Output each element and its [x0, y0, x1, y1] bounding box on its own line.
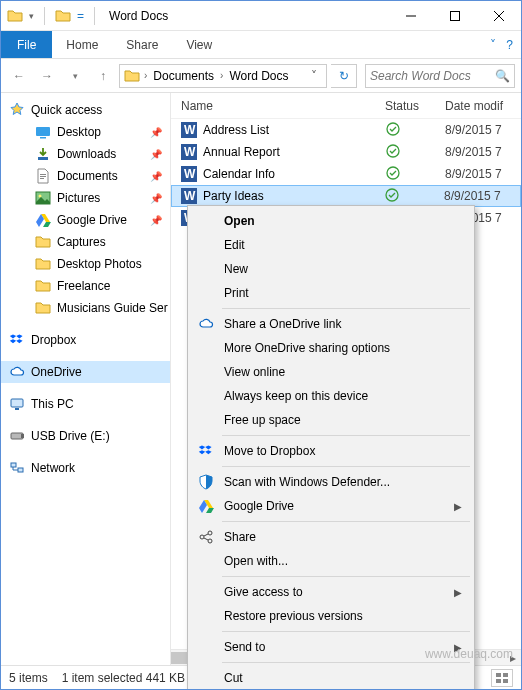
sidebar-network[interactable]: Network: [1, 457, 170, 479]
sidebar-dropbox[interactable]: Dropbox: [1, 329, 170, 351]
ctx-cut[interactable]: Cut: [190, 666, 472, 690]
ctx-share[interactable]: Share: [190, 525, 472, 549]
ctx-restore[interactable]: Restore previous versions: [190, 604, 472, 628]
file-date: 8/9/2015 7: [445, 123, 521, 137]
chevron-right-icon: ▶: [454, 587, 462, 598]
ctx-free-up[interactable]: Free up space: [190, 408, 472, 432]
back-button[interactable]: ←: [7, 64, 31, 88]
svg-rect-23: [496, 679, 501, 683]
qat-properties-icon[interactable]: [55, 8, 71, 24]
svg-rect-22: [503, 673, 508, 677]
sidebar-this-pc[interactable]: This PC: [1, 393, 170, 415]
shield-icon: [198, 474, 214, 490]
ctx-edit[interactable]: Edit: [190, 233, 472, 257]
sidebar-item-label: USB Drive (E:): [31, 429, 110, 443]
search-icon: 🔍: [495, 69, 510, 83]
sidebar-quick-access[interactable]: Quick access: [1, 99, 170, 121]
chevron-right-icon[interactable]: ›: [220, 70, 223, 81]
file-name: Calendar Info: [203, 167, 385, 181]
tab-share[interactable]: Share: [112, 31, 172, 58]
sidebar-usb[interactable]: USB Drive (E:): [1, 425, 170, 447]
file-date: 8/9/2015 7: [445, 145, 521, 159]
ctx-move-dropbox[interactable]: Move to Dropbox: [190, 439, 472, 463]
maximize-button[interactable]: [433, 1, 477, 31]
sidebar-item-googledrive[interactable]: Google Drive📌: [1, 209, 170, 231]
svg-rect-20: [451, 11, 460, 20]
ctx-always-keep[interactable]: Always keep on this device: [190, 384, 472, 408]
ctx-give-access[interactable]: Give access to▶: [190, 580, 472, 604]
file-name: Annual Report: [203, 145, 385, 159]
search-input[interactable]: [370, 69, 510, 83]
qat-dropdown-icon[interactable]: ▾: [29, 11, 34, 21]
sidebar-item-label: Freelance: [57, 279, 110, 293]
tab-view[interactable]: View: [172, 31, 226, 58]
ctx-more-onedrive[interactable]: More OneDrive sharing options: [190, 336, 472, 360]
forward-button[interactable]: →: [35, 64, 59, 88]
chevron-right-icon: ▶: [454, 501, 462, 512]
column-date[interactable]: Date modif: [445, 99, 521, 113]
ctx-new[interactable]: New: [190, 257, 472, 281]
cloud-icon: [9, 364, 25, 380]
tab-file[interactable]: File: [1, 31, 52, 58]
sidebar-item-captures[interactable]: Captures: [1, 231, 170, 253]
context-menu: Open Edit New Print Share a OneDrive lin…: [187, 205, 475, 690]
desktop-icon: [35, 124, 51, 140]
sidebar-item-label: Musicians Guide Ser: [57, 301, 168, 315]
pictures-icon: [35, 190, 51, 206]
refresh-button[interactable]: ↻: [331, 64, 357, 88]
sidebar-item-pictures[interactable]: Pictures📌: [1, 187, 170, 209]
cloud-icon: [198, 316, 214, 332]
sidebar-onedrive[interactable]: OneDrive: [1, 361, 170, 383]
ctx-view-online[interactable]: View online: [190, 360, 472, 384]
close-button[interactable]: [477, 1, 521, 31]
app-icon: [7, 8, 23, 24]
sidebar-item-label: Dropbox: [31, 333, 76, 347]
chevron-right-icon[interactable]: ›: [144, 70, 147, 81]
ctx-open-with[interactable]: Open with...: [190, 549, 472, 573]
pin-icon: 📌: [150, 193, 162, 204]
tab-home[interactable]: Home: [52, 31, 112, 58]
dropbox-icon: [198, 443, 214, 459]
ctx-google-drive[interactable]: Google Drive▶: [190, 494, 472, 518]
svg-rect-21: [496, 673, 501, 677]
sidebar-item-downloads[interactable]: Downloads📌: [1, 143, 170, 165]
help-icon[interactable]: ?: [506, 38, 513, 52]
qat-equals-icon[interactable]: =: [77, 9, 84, 23]
ctx-scan-defender[interactable]: Scan with Windows Defender...: [190, 470, 472, 494]
up-button[interactable]: ↑: [91, 64, 115, 88]
sidebar-item-desktop[interactable]: Desktop📌: [1, 121, 170, 143]
status-item-count: 5 items: [9, 671, 48, 685]
sidebar-item-label: Captures: [57, 235, 106, 249]
star-icon: [9, 102, 25, 118]
file-row[interactable]: Party Ideas8/9/2015 7: [171, 185, 521, 207]
ctx-open[interactable]: Open: [190, 209, 472, 233]
file-row[interactable]: Annual Report8/9/2015 7: [171, 141, 521, 163]
column-status[interactable]: Status: [385, 99, 445, 113]
ctx-share-onedrive[interactable]: Share a OneDrive link: [190, 312, 472, 336]
file-row[interactable]: Address List8/9/2015 7: [171, 119, 521, 141]
address-bar[interactable]: › Documents › Word Docs ˅: [119, 64, 327, 88]
folder-icon: [35, 300, 51, 316]
word-icon: [181, 166, 197, 182]
column-name[interactable]: Name: [171, 99, 385, 113]
minimize-button[interactable]: [389, 1, 433, 31]
sidebar-item-label: This PC: [31, 397, 74, 411]
search-box[interactable]: 🔍: [365, 64, 515, 88]
gdrive-icon: [35, 212, 51, 228]
sidebar-item-desktop-photos[interactable]: Desktop Photos: [1, 253, 170, 275]
sidebar-item-musicians[interactable]: Musicians Guide Ser: [1, 297, 170, 319]
usb-icon: [9, 428, 25, 444]
folder-icon: [35, 278, 51, 294]
sidebar-item-freelance[interactable]: Freelance: [1, 275, 170, 297]
file-row[interactable]: Calendar Info8/9/2015 7: [171, 163, 521, 185]
view-large-button[interactable]: [491, 669, 513, 687]
recent-dropdown-icon[interactable]: ▾: [63, 64, 87, 88]
file-date: 8/9/2015 7: [444, 189, 520, 203]
ribbon-expand-icon[interactable]: ˅: [490, 38, 496, 52]
address-dropdown-icon[interactable]: ˅: [306, 69, 322, 83]
sidebar-item-documents[interactable]: Documents📌: [1, 165, 170, 187]
crumb-documents[interactable]: Documents: [151, 69, 216, 83]
sidebar-item-label: OneDrive: [31, 365, 82, 379]
ctx-print[interactable]: Print: [190, 281, 472, 305]
crumb-word-docs[interactable]: Word Docs: [227, 69, 290, 83]
